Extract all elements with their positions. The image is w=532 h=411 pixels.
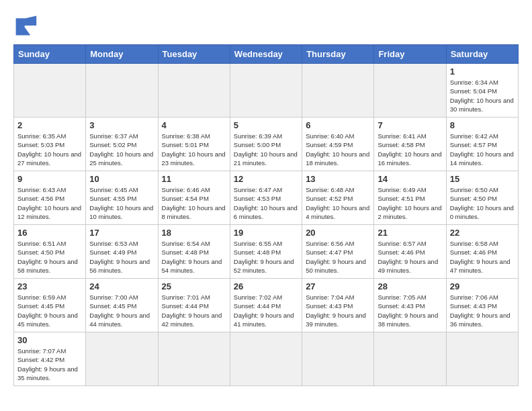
day-info: Sunrise: 6:34 AM Sunset: 5:04 PM Dayligh… — [450, 78, 515, 113]
calendar-day-cell: 25Sunrise: 7:01 AM Sunset: 4:44 PM Dayli… — [158, 279, 230, 332]
calendar-day-cell: 7Sunrise: 6:41 AM Sunset: 4:58 PM Daylig… — [374, 118, 446, 171]
calendar-day-cell — [302, 64, 374, 118]
day-number: 20 — [306, 228, 370, 238]
calendar-day-cell: 26Sunrise: 7:02 AM Sunset: 4:44 PM Dayli… — [230, 279, 302, 332]
calendar-day-cell — [374, 64, 446, 118]
general-blue-logo-icon — [13, 13, 38, 38]
calendar-day-cell: 17Sunrise: 6:53 AM Sunset: 4:49 PM Dayli… — [86, 225, 158, 279]
day-number: 30 — [17, 335, 82, 345]
calendar-day-cell — [230, 332, 302, 386]
calendar-week-row: 1Sunrise: 6:34 AM Sunset: 5:04 PM Daylig… — [14, 64, 519, 118]
day-info: Sunrise: 7:04 AM Sunset: 4:43 PM Dayligh… — [306, 293, 370, 328]
day-info: Sunrise: 6:55 AM Sunset: 4:48 PM Dayligh… — [234, 239, 298, 275]
day-info: Sunrise: 7:00 AM Sunset: 4:45 PM Dayligh… — [89, 293, 154, 328]
calendar-day-cell — [158, 332, 230, 386]
calendar-day-cell: 19Sunrise: 6:55 AM Sunset: 4:48 PM Dayli… — [230, 225, 302, 279]
calendar-day-cell: 8Sunrise: 6:42 AM Sunset: 4:57 PM Daylig… — [446, 118, 518, 171]
calendar-day-cell: 4Sunrise: 6:38 AM Sunset: 5:01 PM Daylig… — [158, 118, 230, 171]
calendar-day-cell — [446, 332, 518, 386]
calendar-day-cell: 27Sunrise: 7:04 AM Sunset: 4:43 PM Dayli… — [302, 279, 374, 332]
day-info: Sunrise: 6:59 AM Sunset: 4:45 PM Dayligh… — [17, 293, 82, 328]
calendar-day-cell: 5Sunrise: 6:39 AM Sunset: 5:00 PM Daylig… — [230, 118, 302, 171]
logo — [13, 13, 40, 38]
day-number: 1 — [450, 66, 515, 77]
day-info: Sunrise: 6:50 AM Sunset: 4:50 PM Dayligh… — [450, 185, 515, 221]
day-info: Sunrise: 6:38 AM Sunset: 5:01 PM Dayligh… — [162, 132, 226, 167]
day-info: Sunrise: 7:01 AM Sunset: 4:44 PM Dayligh… — [162, 293, 226, 328]
day-info: Sunrise: 6:41 AM Sunset: 4:58 PM Dayligh… — [378, 132, 442, 167]
day-info: Sunrise: 6:49 AM Sunset: 4:51 PM Dayligh… — [378, 185, 442, 221]
day-info: Sunrise: 6:51 AM Sunset: 4:50 PM Dayligh… — [17, 239, 82, 275]
calendar-day-cell: 1Sunrise: 6:34 AM Sunset: 5:04 PM Daylig… — [446, 64, 518, 118]
day-info: Sunrise: 7:07 AM Sunset: 4:42 PM Dayligh… — [17, 347, 82, 382]
calendar-day-cell — [374, 332, 446, 386]
day-number: 8 — [450, 120, 515, 130]
day-number: 23 — [17, 281, 82, 291]
day-number: 3 — [89, 120, 154, 130]
calendar-day-cell — [302, 332, 374, 386]
day-info: Sunrise: 6:39 AM Sunset: 5:00 PM Dayligh… — [234, 132, 298, 167]
header — [13, 13, 519, 38]
day-info: Sunrise: 6:57 AM Sunset: 4:46 PM Dayligh… — [378, 239, 442, 275]
day-number: 21 — [378, 228, 442, 238]
day-number: 25 — [162, 281, 226, 291]
calendar-day-cell: 3Sunrise: 6:37 AM Sunset: 5:02 PM Daylig… — [86, 118, 158, 171]
day-number: 10 — [89, 174, 154, 184]
calendar-day-cell — [86, 64, 158, 118]
day-number: 6 — [306, 120, 370, 130]
calendar-day-cell: 15Sunrise: 6:50 AM Sunset: 4:50 PM Dayli… — [446, 171, 518, 225]
day-number: 24 — [89, 281, 154, 291]
day-number: 15 — [450, 174, 515, 184]
calendar-week-row: 16Sunrise: 6:51 AM Sunset: 4:50 PM Dayli… — [14, 225, 519, 279]
day-number: 28 — [378, 281, 442, 291]
column-header-saturday: Saturday — [446, 45, 518, 64]
day-info: Sunrise: 6:46 AM Sunset: 4:54 PM Dayligh… — [162, 185, 226, 221]
day-number: 5 — [234, 120, 298, 130]
calendar-week-row: 9Sunrise: 6:43 AM Sunset: 4:56 PM Daylig… — [14, 171, 519, 225]
day-number: 26 — [234, 281, 298, 291]
calendar-day-cell: 13Sunrise: 6:48 AM Sunset: 4:52 PM Dayli… — [302, 171, 374, 225]
column-header-thursday: Thursday — [302, 45, 374, 64]
day-info: Sunrise: 7:06 AM Sunset: 4:43 PM Dayligh… — [450, 293, 515, 328]
day-info: Sunrise: 6:40 AM Sunset: 4:59 PM Dayligh… — [306, 132, 370, 167]
day-number: 2 — [17, 120, 82, 130]
day-number: 22 — [450, 228, 515, 238]
calendar-day-cell — [14, 64, 86, 118]
calendar-week-row: 2Sunrise: 6:35 AM Sunset: 5:03 PM Daylig… — [14, 118, 519, 171]
calendar-day-cell — [86, 332, 158, 386]
column-header-tuesday: Tuesday — [158, 45, 230, 64]
day-info: Sunrise: 6:42 AM Sunset: 4:57 PM Dayligh… — [450, 132, 515, 167]
calendar-day-cell: 11Sunrise: 6:46 AM Sunset: 4:54 PM Dayli… — [158, 171, 230, 225]
day-number: 7 — [378, 120, 442, 130]
day-number: 19 — [234, 228, 298, 238]
column-header-sunday: Sunday — [14, 45, 86, 64]
day-info: Sunrise: 6:56 AM Sunset: 4:47 PM Dayligh… — [306, 239, 370, 275]
day-info: Sunrise: 7:05 AM Sunset: 4:43 PM Dayligh… — [378, 293, 442, 328]
calendar-day-cell: 2Sunrise: 6:35 AM Sunset: 5:03 PM Daylig… — [14, 118, 86, 171]
day-info: Sunrise: 6:48 AM Sunset: 4:52 PM Dayligh… — [306, 185, 370, 221]
calendar-day-cell: 22Sunrise: 6:58 AM Sunset: 4:46 PM Dayli… — [446, 225, 518, 279]
day-info: Sunrise: 6:43 AM Sunset: 4:56 PM Dayligh… — [17, 185, 82, 221]
day-info: Sunrise: 6:37 AM Sunset: 5:02 PM Dayligh… — [89, 132, 154, 167]
calendar-table: SundayMondayTuesdayWednesdayThursdayFrid… — [13, 44, 519, 386]
day-info: Sunrise: 7:02 AM Sunset: 4:44 PM Dayligh… — [234, 293, 298, 328]
calendar-week-row: 23Sunrise: 6:59 AM Sunset: 4:45 PM Dayli… — [14, 279, 519, 332]
day-number: 12 — [234, 174, 298, 184]
calendar-day-cell: 30Sunrise: 7:07 AM Sunset: 4:42 PM Dayli… — [14, 332, 86, 386]
calendar-day-cell: 23Sunrise: 6:59 AM Sunset: 4:45 PM Dayli… — [14, 279, 86, 332]
day-number: 13 — [306, 174, 370, 184]
column-header-monday: Monday — [86, 45, 158, 64]
calendar-day-cell: 12Sunrise: 6:47 AM Sunset: 4:53 PM Dayli… — [230, 171, 302, 225]
day-number: 18 — [162, 228, 226, 238]
calendar-day-cell: 14Sunrise: 6:49 AM Sunset: 4:51 PM Dayli… — [374, 171, 446, 225]
calendar-day-cell: 10Sunrise: 6:45 AM Sunset: 4:55 PM Dayli… — [86, 171, 158, 225]
calendar-day-cell — [158, 64, 230, 118]
calendar-day-cell: 29Sunrise: 7:06 AM Sunset: 4:43 PM Dayli… — [446, 279, 518, 332]
column-header-friday: Friday — [374, 45, 446, 64]
day-info: Sunrise: 6:35 AM Sunset: 5:03 PM Dayligh… — [17, 132, 82, 167]
day-number: 16 — [17, 228, 82, 238]
day-number: 17 — [89, 228, 154, 238]
calendar-day-cell: 9Sunrise: 6:43 AM Sunset: 4:56 PM Daylig… — [14, 171, 86, 225]
calendar-day-cell: 28Sunrise: 7:05 AM Sunset: 4:43 PM Dayli… — [374, 279, 446, 332]
calendar-day-cell — [230, 64, 302, 118]
